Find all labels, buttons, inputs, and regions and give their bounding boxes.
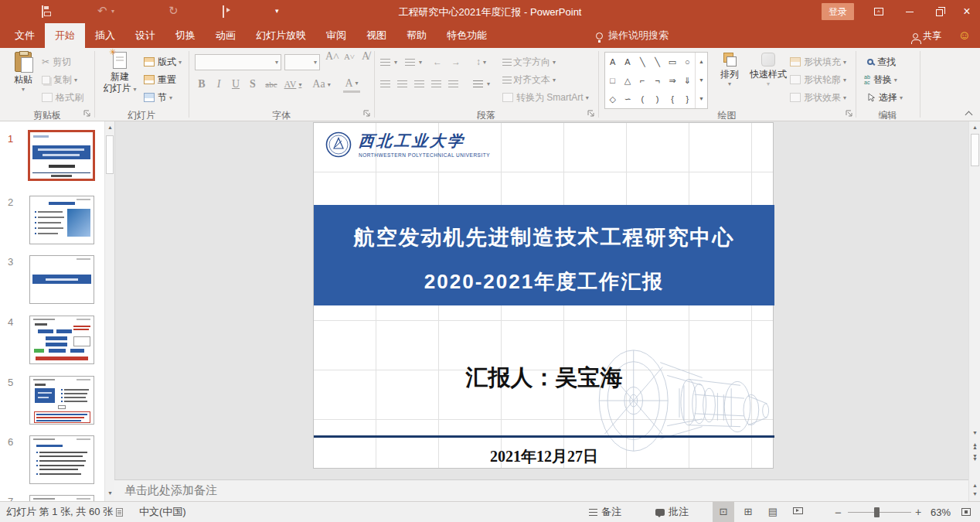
scrollbar-thumb[interactable] — [971, 134, 979, 166]
previous-slide-icon[interactable]: ▲▲ — [969, 443, 980, 449]
thumbnail-scrollbar[interactable]: ▲ ▼ — [104, 121, 114, 501]
shape-elbow-connector-icon[interactable]: ⌐ — [635, 71, 650, 90]
tell-me-search[interactable]: 操作说明搜索 — [596, 23, 669, 48]
scroll-down-icon[interactable]: ▼ — [969, 491, 980, 496]
tab-help[interactable]: 帮助 — [396, 23, 437, 48]
shapes-more-icon[interactable]: ▼ — [696, 90, 707, 108]
shape-freeform-icon[interactable]: ◇ — [605, 90, 620, 108]
change-case-button[interactable]: Aa — [312, 76, 331, 93]
increase-indent-icon[interactable]: → — [451, 54, 461, 70]
align-text-button[interactable]: 对齐文本 — [502, 72, 556, 87]
bullets-button[interactable] — [380, 54, 397, 70]
shape-line-icon[interactable]: ╲ — [635, 53, 650, 71]
presenter-textbox[interactable]: 汇报人：吴宝海 — [314, 363, 774, 394]
tab-animations[interactable]: 动画 — [206, 23, 246, 48]
tab-special-features[interactable]: 特色功能 — [437, 23, 497, 48]
character-spacing-button[interactable]: AV — [283, 76, 303, 93]
scroll-up-icon[interactable]: ▲ — [969, 483, 980, 488]
shape-textbox-icon[interactable]: A — [605, 53, 620, 71]
date-textbox[interactable]: 2021年12月27日 — [314, 446, 774, 467]
align-center-icon[interactable] — [397, 76, 409, 91]
zoom-slider-thumb[interactable] — [874, 507, 880, 517]
zoom-slider-track[interactable] — [848, 512, 911, 513]
align-right-icon[interactable] — [414, 76, 426, 91]
shapes-scroll-up-icon[interactable]: ▲ — [696, 53, 707, 71]
shape-right-arrow-icon[interactable]: ⇒ — [665, 71, 679, 90]
cut-button[interactable]: ✂剪切 — [42, 54, 71, 70]
italic-button[interactable]: I — [212, 76, 226, 93]
clipboard-dialog-launcher-icon[interactable] — [83, 110, 92, 118]
section-button[interactable]: 节 — [144, 90, 172, 105]
tab-review[interactable]: 审阅 — [316, 23, 356, 48]
shape-arc2-icon[interactable]: ) — [650, 90, 665, 108]
shape-outline-button[interactable]: 形状轮廓 — [790, 72, 846, 87]
thumbnail-slide-2[interactable] — [29, 196, 94, 244]
zoom-percentage[interactable]: 63% — [931, 502, 951, 522]
close-button[interactable]: × — [954, 0, 980, 23]
notes-scrollbar[interactable]: ▲ ▼ — [968, 479, 980, 501]
tab-slideshow[interactable]: 幻灯片放映 — [246, 23, 316, 48]
scroll-up-icon[interactable]: ▲ — [969, 125, 980, 130]
tab-design[interactable]: 设计 — [125, 23, 165, 48]
copy-button[interactable]: 复制 — [42, 72, 77, 87]
shape-triangle-icon[interactable]: △ — [620, 71, 635, 90]
numbering-button[interactable] — [405, 54, 422, 70]
thumbnail-slide-3[interactable] — [29, 255, 94, 304]
language-status[interactable]: 中文(中国) — [139, 502, 186, 522]
underline-button[interactable]: U — [229, 76, 243, 93]
ribbon-display-options-icon[interactable]: ^ — [866, 0, 892, 23]
increase-font-size-icon[interactable]: A˄ — [325, 48, 340, 65]
select-button[interactable]: 选择 — [867, 90, 903, 105]
shape-scribble-icon[interactable]: ∽ — [620, 90, 635, 108]
tab-insert[interactable]: 插入 — [85, 23, 125, 48]
layout-button[interactable]: 版式 — [144, 54, 182, 70]
font-name-combobox[interactable]: ▾ — [195, 54, 281, 70]
login-button[interactable]: 登录 — [822, 3, 854, 20]
scrollbar-thumb[interactable] — [106, 135, 114, 174]
tab-file[interactable]: 文件 — [5, 23, 45, 48]
text-box-style-icon[interactable] — [473, 76, 490, 91]
notes-placeholder[interactable]: 单击此处添加备注 — [124, 483, 217, 498]
justify-icon[interactable] — [431, 76, 443, 91]
fit-to-window-button[interactable] — [961, 502, 971, 522]
shape-vertical-textbox-icon[interactable]: A — [620, 53, 635, 71]
thumbnail-slide-5[interactable] — [29, 376, 94, 425]
tab-home[interactable]: 开始 — [45, 23, 85, 48]
zoom-in-button[interactable]: + — [915, 502, 921, 522]
feedback-smiley-icon[interactable]: ☺ — [958, 23, 971, 48]
decrease-indent-icon[interactable]: ← — [433, 54, 442, 70]
columns-icon[interactable] — [448, 76, 460, 91]
shape-left-brace-icon[interactable]: { — [665, 90, 679, 108]
font-dialog-launcher-icon[interactable] — [363, 110, 372, 118]
slide-sorter-view-button[interactable]: ⊞ — [737, 502, 759, 522]
strikethrough-button[interactable]: abc — [263, 76, 280, 93]
decrease-font-size-icon[interactable]: A˅ — [342, 48, 357, 65]
collapse-ribbon-icon[interactable] — [966, 111, 972, 117]
shape-rectangle-icon[interactable]: ▭ — [665, 53, 679, 71]
share-button[interactable]: 共享 — [913, 23, 941, 48]
text-direction-button[interactable]: 文字方向 — [502, 54, 556, 70]
quick-styles-button[interactable]: 快速样式▾ — [747, 53, 790, 87]
line-spacing-icon[interactable]: ↕ — [476, 54, 486, 70]
arrange-button[interactable]: 排列▾ — [713, 53, 747, 87]
thumbnail-slide-4[interactable] — [29, 316, 94, 364]
shadow-button[interactable]: S — [246, 76, 260, 93]
shape-oval-icon[interactable]: ○ — [680, 53, 695, 71]
find-button[interactable]: 查找 — [867, 54, 896, 70]
bold-button[interactable]: B — [195, 76, 209, 93]
next-slide-icon[interactable]: ▼▼ — [969, 455, 980, 461]
title-banner[interactable]: 航空发动机先进制造技术工程研究中心 2020-2021年度工作汇报 — [314, 205, 774, 305]
thumbnail-slide-1[interactable] — [28, 130, 95, 181]
normal-view-button[interactable]: ⊡ — [713, 502, 734, 522]
shape-arc-icon[interactable]: ( — [635, 90, 650, 108]
reset-button[interactable]: 重置 — [144, 72, 176, 87]
new-slide-button[interactable]: 新建 幻灯片 — [99, 52, 141, 95]
restore-button[interactable] — [926, 0, 952, 23]
main-scrollbar[interactable]: ▲ ▼ ▲▲ ▼▼ — [968, 121, 980, 479]
slide-1-canvas[interactable]: 西北工业大学 NORTHWESTERN POLYTECHNICAL UNIVER… — [313, 122, 774, 469]
convert-smartart-button[interactable]: 转换为 SmartArt — [502, 90, 589, 105]
slide-editing-canvas[interactable]: 西北工业大学 NORTHWESTERN POLYTECHNICAL UNIVER… — [114, 121, 968, 479]
drawing-dialog-launcher-icon[interactable] — [846, 110, 854, 118]
minimize-button[interactable] — [897, 0, 923, 23]
font-color-button[interactable]: A — [343, 76, 360, 93]
